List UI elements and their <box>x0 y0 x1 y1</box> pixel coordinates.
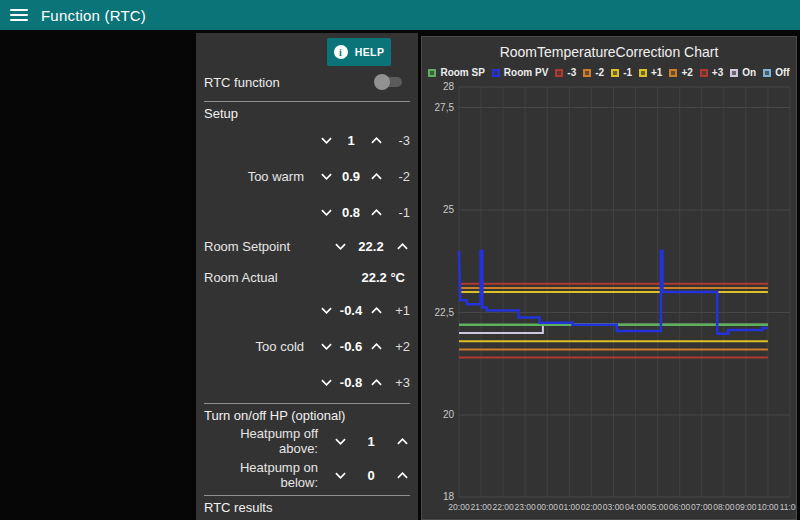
stepper-down-icon[interactable] <box>318 335 334 357</box>
x-axis-tick-label: 09:00 <box>735 502 757 512</box>
legend-label: Room PV <box>504 67 548 78</box>
help-row: i HELP <box>204 33 410 66</box>
x-axis-tick-label: 22:00 <box>492 502 514 512</box>
hp-off-above-value: 1 <box>348 434 394 449</box>
x-axis-tick-label: 23:00 <box>515 502 537 512</box>
hp-off-above-row: Heatpump off above: 1 <box>204 424 410 458</box>
legend-item-On[interactable]: On <box>730 67 756 78</box>
stepper-up-icon[interactable] <box>368 299 384 321</box>
legend-swatch <box>763 69 771 77</box>
stepper-up-icon[interactable] <box>394 235 410 257</box>
stepper-down-icon[interactable] <box>318 165 334 187</box>
rtc-chart-card: 20:0021:0022:0023:0000:0001:0002:0003:00… <box>421 36 797 520</box>
x-axis-tick-label: 08:00 <box>713 502 735 512</box>
x-axis-tick-label: 04:00 <box>625 502 647 512</box>
too-cold-row-3: -0.8 +3 <box>204 364 410 400</box>
legend-item-+2[interactable]: +2 <box>669 67 692 78</box>
room-setpoint-value: 22.2 <box>348 239 394 254</box>
x-axis-tick-label: 03:00 <box>603 502 625 512</box>
row-suffix: -3 <box>384 133 410 148</box>
menu-icon[interactable] <box>10 9 28 21</box>
x-axis-tick-label: 20:00 <box>448 502 470 512</box>
divider <box>204 101 410 102</box>
stepper-down-icon[interactable] <box>332 430 348 452</box>
setup-heading: Setup <box>204 106 410 122</box>
hp-heading: Turn on/off HP (optional) <box>204 408 410 424</box>
x-axis-tick-label: 02:00 <box>581 502 603 512</box>
toggle-knob <box>374 74 390 90</box>
row-suffix: -1 <box>384 205 410 220</box>
legend-item-Off[interactable]: Off <box>763 67 789 78</box>
stepper-up-icon[interactable] <box>368 371 384 393</box>
stepper-up-icon[interactable] <box>368 335 384 357</box>
hp-on-below-row: Heatpump on below: 0 <box>204 458 410 492</box>
too-cold-label: Too cold <box>204 339 318 354</box>
row-suffix: +2 <box>384 339 410 354</box>
chart-legend: Room SPRoom PV-3-2-1+1+2+3OnOff <box>422 67 796 78</box>
room-actual-label: Room Actual <box>204 270 361 285</box>
legend-item--2[interactable]: -2 <box>583 67 604 78</box>
legend-label: +1 <box>651 67 662 78</box>
too-warm-row-3: 1 -3 <box>204 122 410 158</box>
rtc-function-row: RTC function <box>204 66 410 98</box>
x-axis-tick-label: 00:00 <box>537 502 559 512</box>
divider <box>204 403 410 404</box>
stepper-down-icon[interactable] <box>318 299 334 321</box>
x-axis-tick-label: 07:00 <box>691 502 713 512</box>
stepper-down-icon[interactable] <box>318 129 334 151</box>
legend-swatch <box>700 69 708 77</box>
stepper-down-icon[interactable] <box>332 464 348 486</box>
row-suffix: -2 <box>384 169 410 184</box>
legend-item-Room PV[interactable]: Room PV <box>492 67 548 78</box>
stepper-up-icon[interactable] <box>394 464 410 486</box>
room-setpoint-row: Room Setpoint 22.2 <box>204 230 410 262</box>
legend-swatch <box>492 69 500 77</box>
legend-swatch <box>555 69 563 77</box>
legend-label: +2 <box>681 67 692 78</box>
rtc-function-toggle[interactable] <box>376 76 402 88</box>
info-icon: i <box>334 45 348 59</box>
room-actual-row: Room Actual 22.2 °C <box>204 262 410 292</box>
stepper-up-icon[interactable] <box>394 430 410 452</box>
page-title: Function (RTC) <box>41 7 146 24</box>
stepper-up-icon[interactable] <box>368 165 384 187</box>
chart-plot: 20:0021:0022:0023:0000:0001:0002:0003:00… <box>422 37 797 520</box>
y-axis-tick-label: 18 <box>443 491 455 502</box>
legend-item-Room SP[interactable]: Room SP <box>428 67 484 78</box>
y-axis-tick-label: 22,5 <box>435 307 455 318</box>
row-suffix: +3 <box>384 375 410 390</box>
hp-on-below-value: 0 <box>348 468 394 483</box>
stepper-up-icon[interactable] <box>368 129 384 151</box>
rtc-function-label: RTC function <box>204 75 376 90</box>
x-axis-tick-label: 10:00 <box>757 502 779 512</box>
legend-swatch <box>583 69 591 77</box>
stepper-down-icon[interactable] <box>318 371 334 393</box>
stepper-down-icon[interactable] <box>332 235 348 257</box>
legend-item--3[interactable]: -3 <box>555 67 576 78</box>
too-warm-2-value: 0.9 <box>334 169 368 184</box>
rtc-results-heading: RTC results <box>204 500 410 516</box>
y-axis-tick-label: 27,5 <box>435 102 455 113</box>
legend-swatch <box>611 69 619 77</box>
x-axis-tick-label: 06:00 <box>669 502 691 512</box>
legend-item-+1[interactable]: +1 <box>639 67 662 78</box>
too-cold-row-1: -0.4 +1 <box>204 292 410 328</box>
hp-on-below-label: Heatpump on below: <box>204 460 332 490</box>
stepper-up-icon[interactable] <box>368 201 384 223</box>
too-cold-2-value: -0.6 <box>334 339 368 354</box>
too-cold-3-value: -0.8 <box>334 375 368 390</box>
help-button[interactable]: i HELP <box>327 38 391 66</box>
x-axis-tick-label: 01:00 <box>559 502 581 512</box>
legend-swatch <box>639 69 647 77</box>
legend-item-+3[interactable]: +3 <box>700 67 723 78</box>
too-warm-3-value: 1 <box>334 133 368 148</box>
hp-off-above-label: Heatpump off above: <box>204 426 332 456</box>
x-axis-tick-label: 05:00 <box>647 502 669 512</box>
page: Function (RTC) i HELP RTC function Setup… <box>0 0 800 520</box>
y-axis-tick-label: 25 <box>443 204 455 215</box>
too-cold-row-2: Too cold -0.6 +2 <box>204 328 410 364</box>
legend-label: Off <box>775 67 789 78</box>
stepper-down-icon[interactable] <box>318 201 334 223</box>
legend-label: On <box>742 67 756 78</box>
legend-item--1[interactable]: -1 <box>611 67 632 78</box>
